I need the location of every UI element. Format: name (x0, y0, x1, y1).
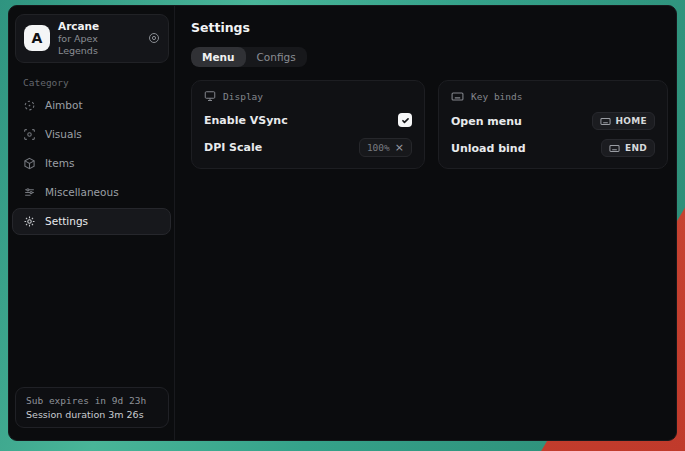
sidebar-item-label: Visuals (45, 128, 82, 140)
tab-menu[interactable]: Menu (191, 47, 246, 67)
sidebar-item-label: Items (45, 157, 74, 169)
gear-icon (23, 215, 36, 228)
vsync-checkbox[interactable] (398, 113, 412, 127)
sidebar: A Arcane for Apex Legends Category (9, 6, 175, 440)
vsync-row: Enable VSync (204, 111, 412, 129)
display-card-header: Display (204, 90, 412, 102)
sidebar-item-visuals[interactable]: Visuals (12, 121, 171, 148)
sidebar-item-miscellaneous[interactable]: Miscellaneous (12, 179, 171, 206)
display-card: Display Enable VSync DPI Scale (191, 80, 425, 169)
clear-icon[interactable]: × (395, 142, 404, 153)
sidebar-item-items[interactable]: Items (12, 150, 171, 177)
scan-icon (23, 128, 36, 141)
sidebar-item-label: Miscellaneous (45, 186, 119, 198)
brand-text: Arcane for Apex Legends (58, 20, 140, 57)
unload-bind-key: END (625, 143, 647, 153)
sidebar-item-settings[interactable]: Settings (12, 208, 171, 235)
keybinds-card-header: Key binds (451, 90, 655, 103)
open-menu-bind-key: HOME (616, 116, 648, 126)
category-label: Category (23, 77, 174, 88)
brand-badge-icon[interactable] (148, 32, 160, 44)
sidebar-item-label: Aimbot (45, 99, 83, 111)
screen: A Arcane for Apex Legends Category (0, 0, 685, 451)
session-card: Sub expires in 9d 23h Session duration 3… (15, 387, 169, 428)
monitor-icon (204, 90, 216, 102)
brand-title: Arcane (58, 20, 140, 33)
package-icon (23, 157, 36, 170)
keybinds-card-title: Key binds (471, 91, 522, 102)
open-menu-bind-button[interactable]: HOME (592, 112, 656, 130)
page-title: Settings (191, 20, 668, 35)
dpi-row: DPI Scale 100% × (204, 138, 412, 157)
vsync-label: Enable VSync (204, 114, 288, 127)
display-card-title: Display (223, 91, 263, 102)
keyboard-icon (600, 116, 611, 127)
dpi-label: DPI Scale (204, 141, 262, 154)
tab-configs[interactable]: Configs (246, 47, 307, 67)
unload-bind-label: Unload bind (451, 142, 526, 155)
keybinds-card: Key binds Open menu HOME (438, 80, 668, 169)
sliders-icon (23, 186, 36, 199)
brand-subtitle: for Apex Legends (58, 33, 140, 57)
dpi-value: 100% (367, 142, 390, 153)
main-panel: Settings Menu Configs Display (175, 6, 677, 440)
open-menu-label: Open menu (451, 115, 522, 128)
keyboard-icon (451, 90, 464, 103)
sub-expiry-text: Sub expires in 9d 23h (26, 395, 158, 406)
settings-cards: Display Enable VSync DPI Scale (191, 80, 668, 169)
tab-group: Menu Configs (191, 47, 307, 67)
dpi-scale-input[interactable]: 100% × (359, 138, 412, 157)
category-nav: Aimbot Visuals (9, 92, 174, 235)
unload-bind-button[interactable]: END (601, 139, 655, 157)
unload-bind-row: Unload bind END (451, 139, 655, 157)
keyboard-icon (609, 143, 620, 154)
session-duration-text: Session duration 3m 26s (26, 409, 158, 420)
open-menu-row: Open menu HOME (451, 112, 655, 130)
sidebar-item-aimbot[interactable]: Aimbot (12, 92, 171, 119)
sidebar-item-label: Settings (45, 215, 88, 227)
cheat-menu-window: A Arcane for Apex Legends Category (8, 5, 677, 441)
app-logo: A (24, 25, 50, 51)
brand-card: A Arcane for Apex Legends (15, 14, 169, 63)
crosshair-icon (23, 99, 36, 112)
